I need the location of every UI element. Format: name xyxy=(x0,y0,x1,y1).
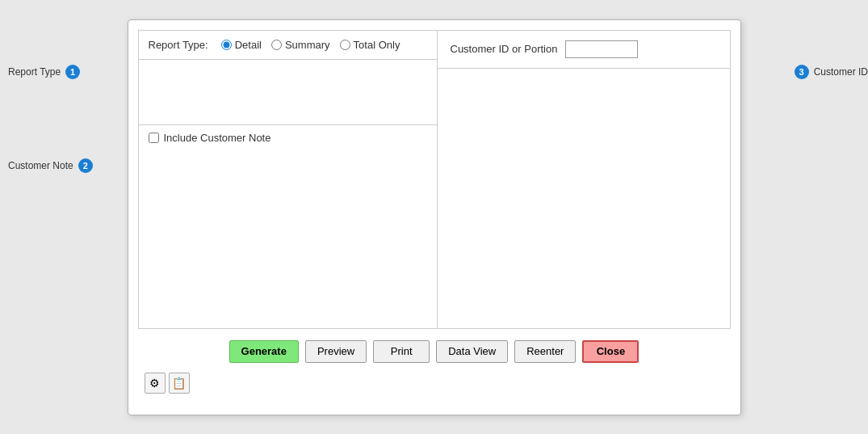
annotation-customer-note-badge: 2 xyxy=(78,158,93,173)
report-type-row: Report Type: Detail Summary Total Onl xyxy=(139,31,437,60)
radio-group: Detail Summary Total Only xyxy=(221,39,400,51)
radio-summary-label: Summary xyxy=(285,39,330,51)
outer-wrapper: Report Type 1 Customer Note 2 Report Typ… xyxy=(0,0,868,434)
reenter-button[interactable]: Reenter xyxy=(514,340,576,363)
include-customer-note-checkbox[interactable] xyxy=(149,133,159,143)
radio-total-only-input[interactable] xyxy=(340,40,350,50)
annotation-left: Report Type 1 Customer Note 2 xyxy=(0,0,129,434)
radio-summary[interactable]: Summary xyxy=(271,39,330,51)
dialog: Report Type: Detail Summary Total Onl xyxy=(128,19,741,415)
radio-detail-label: Detail xyxy=(235,39,262,51)
annotation-customer-id-label: Customer ID xyxy=(814,66,868,78)
customer-id-label: Customer ID or Portion xyxy=(451,43,558,55)
customer-id-input[interactable] xyxy=(565,40,638,58)
report-type-label: Report Type: xyxy=(149,39,208,51)
data-view-button[interactable]: Data View xyxy=(436,340,508,363)
customer-id-row: Customer ID or Portion xyxy=(438,31,730,69)
left-panel: Report Type: Detail Summary Total Onl xyxy=(139,31,438,328)
radio-total-only[interactable]: Total Only xyxy=(340,39,400,51)
radio-detail[interactable]: Detail xyxy=(221,39,262,51)
print-button[interactable]: Print xyxy=(373,340,430,363)
radio-summary-input[interactable] xyxy=(271,40,282,50)
book-icon-button[interactable]: 📋 xyxy=(169,373,190,394)
left-text-area xyxy=(139,60,437,124)
annotation-customer-note: Customer Note 2 xyxy=(8,158,93,173)
button-row: Generate Preview Print Data View Reenter… xyxy=(138,329,731,369)
annotation-customer-id: 3 Customer ID xyxy=(795,65,868,79)
radio-detail-input[interactable] xyxy=(221,40,232,50)
radio-total-only-label: Total Only xyxy=(354,39,400,51)
annotation-customer-id-badge: 3 xyxy=(795,65,809,79)
bottom-icons: ⚙ 📋 xyxy=(138,369,731,397)
settings-icon-button[interactable]: ⚙ xyxy=(145,373,166,394)
right-panel: Customer ID or Portion xyxy=(438,31,730,328)
annotation-report-type-badge: 1 xyxy=(65,65,80,79)
generate-button[interactable]: Generate xyxy=(229,340,299,363)
close-button[interactable]: Close xyxy=(582,340,639,363)
left-lower-area xyxy=(139,150,437,328)
annotation-report-type-label: Report Type xyxy=(8,66,61,78)
annotation-right: 3 Customer ID xyxy=(771,0,868,434)
checkbox-row: Include Customer Note xyxy=(139,124,437,150)
top-section: Report Type: Detail Summary Total Onl xyxy=(138,30,731,329)
include-customer-note-label: Include Customer Note xyxy=(164,132,271,144)
annotation-customer-note-label: Customer Note xyxy=(8,160,73,171)
right-lower-area xyxy=(438,69,730,328)
annotation-report-type: Report Type 1 xyxy=(8,65,80,79)
preview-button[interactable]: Preview xyxy=(305,340,367,363)
